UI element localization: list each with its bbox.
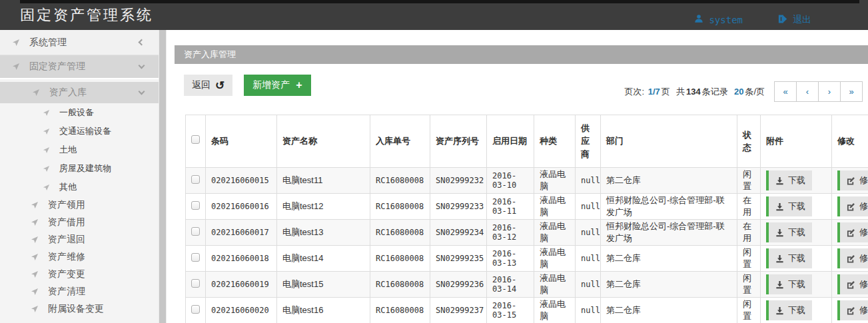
edit-button[interactable]: 修改 [837, 222, 868, 242]
cell-department: 恒邦财险总公司-综合管理部-联发广场 [601, 220, 737, 246]
assets-table: 条码 资产名称 入库单号 资产序列号 启用日期 种类 供应商 部门 状态 附件 … [185, 115, 868, 323]
prev-page-button[interactable]: ‹ [796, 81, 819, 102]
download-button[interactable]: 下载 [766, 196, 812, 216]
cell-category: 液晶电脑 [534, 246, 576, 272]
back-button[interactable]: 返回 ↺ [184, 75, 232, 96]
download-label: 下载 [788, 304, 805, 316]
cell-department: 第二仓库 [601, 298, 737, 323]
sidebar-item-asset-requisition[interactable]: 资产领用 [0, 196, 159, 214]
cell-asset-name: 电脑test13 [277, 220, 370, 246]
first-page-button[interactable]: « [774, 81, 797, 102]
sidebar-item-asset-cleanup[interactable]: 资产清理 [0, 283, 159, 300]
cell-attachment: 下载 [761, 272, 832, 298]
row-checkbox[interactable] [191, 253, 200, 262]
sidebar-item-general-equipment[interactable]: 一般设备 [0, 103, 159, 122]
cell-edit: 修改 [832, 168, 868, 194]
table-row: 020216060017 电脑test13 RC16080008 SN02999… [186, 220, 868, 246]
sidebar-item-label: 资产清理 [48, 286, 85, 298]
scrollbar-thumb[interactable] [159, 30, 166, 323]
sidebar-item-system-management[interactable]: 系统管理 [0, 30, 159, 55]
sidebar-item-asset-change[interactable]: 资产变更 [0, 266, 159, 283]
cell-edit: 修改 [832, 194, 868, 220]
sidebar-scrollbar[interactable] [159, 30, 167, 323]
edit-button[interactable]: 修改 [837, 196, 868, 216]
sidebar-item-transport-equipment[interactable]: 交通运输设备 [0, 122, 159, 141]
cell-start-date: 2016-03-14 [487, 272, 534, 298]
total-count: 134 [686, 87, 701, 97]
nav-arrow-icon [12, 63, 20, 71]
cell-serial-no: SN02999237 [430, 298, 487, 323]
sidebar-item-accessory-change[interactable]: 附属设备变更 [0, 300, 159, 318]
cell-edit: 修改 [832, 272, 868, 298]
cell-barcode: 020216060018 [206, 246, 277, 272]
edit-button[interactable]: 修改 [837, 300, 868, 320]
select-all-checkbox[interactable] [191, 135, 200, 144]
cell-category: 液晶电脑 [534, 168, 576, 194]
col-header-category: 种类 [534, 115, 576, 168]
nav-arrow-icon [43, 128, 50, 135]
sidebar-item-buildings[interactable]: 房屋及建筑物 [0, 159, 159, 178]
cell-status: 在用 [737, 220, 761, 246]
cell-edit: 修改 [832, 220, 868, 246]
sidebar-item-asset-return[interactable]: 资产退回 [0, 231, 159, 248]
nav-arrow-icon [32, 89, 40, 97]
download-button[interactable]: 下载 [766, 248, 812, 268]
table-row: 020216060020 电脑test16 RC16080008 SN02999… [186, 298, 868, 323]
next-page-button[interactable]: › [818, 81, 841, 102]
cell-category: 液晶电脑 [534, 272, 576, 298]
cell-supplier: null [576, 246, 601, 272]
download-label: 下载 [788, 226, 805, 238]
edit-button[interactable]: 修改 [837, 274, 868, 294]
edit-button[interactable]: 修改 [837, 170, 868, 190]
download-button[interactable]: 下载 [766, 300, 812, 320]
sidebar-item-asset-inbound[interactable]: 资产入库 [0, 82, 159, 103]
cell-attachment: 下载 [761, 220, 832, 246]
sidebar-item-fixed-asset-management[interactable]: 固定资产管理 [0, 55, 159, 79]
current-page: 1/7 [648, 87, 660, 97]
table-row: 020216060019 电脑test15 RC16080008 SN02999… [186, 272, 868, 298]
user-menu[interactable]: system [694, 14, 743, 25]
sidebar-item-asset-repair[interactable]: 资产维修 [0, 248, 159, 266]
download-label: 下载 [788, 252, 805, 264]
edit-button[interactable]: 修改 [837, 248, 868, 268]
cell-order-no: RC16080008 [370, 194, 430, 220]
main-content: 资产入库管理 返回 ↺ 新增资产 + 页次: 1/7页 共134条记录 20条/… [175, 30, 868, 323]
checkbox-cell [186, 298, 206, 323]
row-checkbox[interactable] [191, 279, 200, 288]
chevron-down-icon [139, 88, 145, 95]
row-checkbox[interactable] [191, 175, 200, 184]
cell-barcode: 020216060016 [206, 194, 277, 220]
row-checkbox[interactable] [191, 227, 200, 236]
download-button[interactable]: 下载 [766, 222, 812, 242]
row-checkbox[interactable] [191, 201, 200, 210]
table-row: 020216060015 电脑test11 RC16080008 SN02999… [186, 168, 868, 194]
sidebar-item-other[interactable]: 其他 [0, 178, 159, 196]
sidebar-item-land[interactable]: 土地 [0, 141, 159, 159]
nav-arrow-icon [31, 253, 39, 261]
nav-arrow-icon [31, 236, 39, 244]
download-button[interactable]: 下载 [766, 274, 812, 294]
app-window: 固定资产管理系统 system 退出 系统管理 固定资产管理 资产入库 [0, 0, 868, 323]
cell-status: 闲置 [737, 298, 761, 323]
cell-supplier: null [576, 298, 601, 323]
edit-label: 修改 [859, 226, 868, 238]
cell-asset-name: 电脑test14 [277, 246, 370, 272]
sidebar-item-asset-borrow[interactable]: 资产借用 [0, 214, 159, 231]
select-all-cell [186, 115, 206, 168]
add-asset-button[interactable]: 新增资产 + [244, 75, 310, 96]
logout-button[interactable]: 退出 [777, 14, 811, 26]
user-icon [694, 14, 703, 25]
pagination: 页次: 1/7页 共134条记录 20条/页 « ‹ › » [624, 81, 863, 102]
download-button[interactable]: 下载 [766, 170, 812, 190]
nav-arrow-icon [31, 305, 39, 313]
cell-edit: 修改 [832, 246, 868, 272]
add-asset-label: 新增资产 [252, 79, 290, 91]
col-header-order-no: 入库单号 [370, 115, 430, 168]
cell-department: 恒邦财险总公司-综合管理部-联发广场 [601, 194, 737, 220]
last-page-button[interactable]: » [840, 81, 863, 102]
col-header-department: 部门 [601, 115, 737, 168]
row-checkbox[interactable] [191, 305, 200, 314]
nav-arrow-icon [31, 218, 39, 226]
page-label: 页次: [624, 87, 644, 97]
back-button-label: 返回 [192, 79, 211, 91]
